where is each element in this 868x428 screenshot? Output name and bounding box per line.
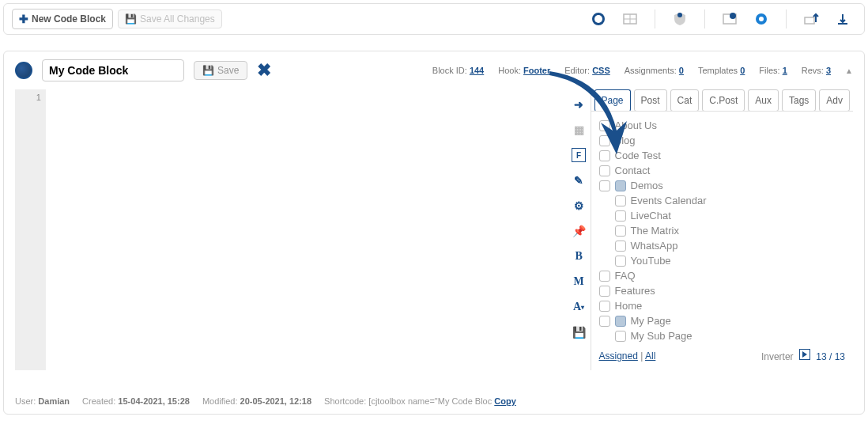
checkbox[interactable]	[599, 301, 610, 312]
tab-cat[interactable]: Cat	[670, 89, 700, 112]
toolbar-sort-down-icon[interactable]	[834, 10, 851, 28]
page-item[interactable]: Home	[599, 298, 845, 313]
import-icon[interactable]: ➜	[572, 97, 586, 112]
checkbox[interactable]	[599, 135, 610, 146]
svg-point-9	[759, 17, 764, 21]
page-item[interactable]: YouTube	[599, 253, 845, 268]
page-item[interactable]: FAQ	[599, 268, 845, 283]
copy-link[interactable]: Copy	[494, 396, 516, 406]
checkbox[interactable]	[615, 210, 626, 222]
editor-link[interactable]: CSS	[592, 66, 610, 75]
page-item[interactable]: Contact	[599, 163, 845, 178]
save-button[interactable]: 💾 Save	[194, 61, 247, 80]
block-id-link[interactable]: 144	[470, 66, 484, 75]
checkbox[interactable]	[599, 286, 610, 297]
page-item[interactable]: About Us	[599, 118, 845, 133]
revs-label: Revs:	[802, 66, 824, 75]
play-icon[interactable]	[799, 349, 810, 360]
m-icon[interactable]: M	[572, 275, 586, 289]
disk-icon: 💾	[125, 13, 137, 25]
save-side-icon[interactable]: 💾	[572, 325, 586, 339]
new-code-block-button[interactable]: ✚ New Code Block	[12, 9, 113, 29]
bold-icon[interactable]: B	[572, 249, 586, 263]
line-number: 1	[36, 93, 41, 102]
page-item[interactable]: WhatsApp	[599, 238, 845, 253]
page-item[interactable]: Code Test	[599, 148, 845, 163]
checkbox[interactable]	[599, 180, 610, 191]
checkbox[interactable]	[615, 195, 626, 206]
disk-icon: 💾	[202, 65, 214, 76]
page-label: Events Calendar	[631, 195, 707, 206]
checkbox[interactable]	[599, 120, 610, 131]
save-all-button[interactable]: 💾 Save All Changes	[118, 9, 222, 28]
toolbar-icon-1[interactable]	[590, 10, 607, 28]
tab-page[interactable]: Page	[594, 89, 631, 112]
page-item[interactable]: The Matrix	[599, 223, 845, 238]
code-block-panel: 💾 Save ✖ Block ID: 144 Hook: Footer Edit…	[3, 51, 865, 415]
page-item[interactable]: Demos	[599, 178, 845, 193]
font-size-icon[interactable]: A▾	[572, 300, 586, 314]
editor-side-toolbar: ➜ ▦ F ✎ ⚙ 📌 B M A▾ 💾	[568, 89, 591, 370]
checkbox[interactable]	[599, 165, 610, 176]
page-item[interactable]: My Page	[599, 313, 845, 328]
toolbar-gear-grid-icon[interactable]	[721, 10, 738, 28]
page-item[interactable]: Features	[599, 283, 845, 298]
checkbox[interactable]	[615, 241, 626, 252]
page-item[interactable]: My Sub Page	[599, 328, 845, 343]
toolbar-gear-icon[interactable]	[753, 10, 770, 28]
assignment-footer: Assigned | All Inverter 13 / 13	[591, 346, 853, 366]
page-list[interactable]: About UsBlogCode TestContactDemosEvents …	[591, 111, 853, 354]
checkbox[interactable]	[615, 225, 626, 237]
page-item[interactable]: Blog	[599, 133, 845, 148]
page-item[interactable]: Events Calendar	[599, 193, 845, 208]
toolbar-sort-up-icon[interactable]	[802, 10, 820, 28]
tab-post[interactable]: Post	[634, 89, 667, 112]
checkbox[interactable]	[599, 316, 610, 327]
svg-point-5	[677, 13, 682, 17]
toolbar-icon-grid[interactable]	[621, 10, 639, 28]
page-label: Demos	[631, 180, 663, 191]
files-link[interactable]: 1	[783, 66, 787, 75]
tab-aux[interactable]: Aux	[748, 89, 779, 112]
new-code-block-label: New Code Block	[32, 13, 106, 25]
block-logo-icon	[15, 62, 32, 79]
checkbox[interactable]	[599, 150, 610, 161]
save-all-label: Save All Changes	[140, 13, 215, 25]
svg-point-1	[594, 15, 602, 23]
checkbox[interactable]	[615, 331, 626, 342]
all-link[interactable]: All	[645, 350, 655, 362]
checkbox[interactable]	[615, 256, 626, 267]
pin-icon[interactable]: 📌	[572, 224, 586, 238]
plus-icon: ✚	[19, 13, 28, 25]
font-icon[interactable]: F	[572, 148, 586, 162]
tab-adv[interactable]: Adv	[819, 89, 850, 112]
assignment-tabs: PagePostCatC.PostAuxTagsAdv	[591, 89, 853, 112]
layout-icon[interactable]: ▦	[572, 123, 586, 137]
hook-link[interactable]: Footer	[523, 66, 550, 75]
tab-cpost[interactable]: C.Post	[702, 89, 745, 112]
expand-toggle[interactable]	[615, 316, 626, 327]
assignments-link[interactable]: 0	[679, 66, 684, 75]
block-id-label: Block ID:	[432, 66, 467, 75]
page-item[interactable]: LiveChat	[599, 208, 845, 223]
page-label: The Matrix	[631, 225, 679, 237]
expand-toggle[interactable]	[615, 180, 626, 191]
assigned-link[interactable]: Assigned	[599, 350, 638, 362]
templates-link[interactable]: 0	[740, 66, 745, 75]
revs-link[interactable]: 3	[826, 66, 831, 75]
hook-label: Hook:	[498, 66, 521, 75]
editor-label: Editor:	[564, 66, 590, 75]
gear-icon[interactable]: ⚙	[572, 199, 586, 213]
block-title-input[interactable]	[42, 59, 184, 81]
page-label: My Page	[631, 315, 671, 327]
edit-icon[interactable]: ✎	[572, 173, 586, 187]
page-label: About Us	[615, 119, 657, 131]
collapse-icon[interactable]: ▲	[845, 66, 853, 75]
top-toolbar: ✚ New Code Block 💾 Save All Changes	[3, 3, 865, 35]
code-editor[interactable]	[46, 89, 568, 370]
page-label: WhatsApp	[631, 240, 678, 252]
checkbox[interactable]	[599, 271, 610, 282]
tab-tags[interactable]: Tags	[782, 89, 816, 112]
close-icon[interactable]: ✖	[257, 60, 271, 81]
toolbar-shield-icon[interactable]	[671, 10, 689, 28]
